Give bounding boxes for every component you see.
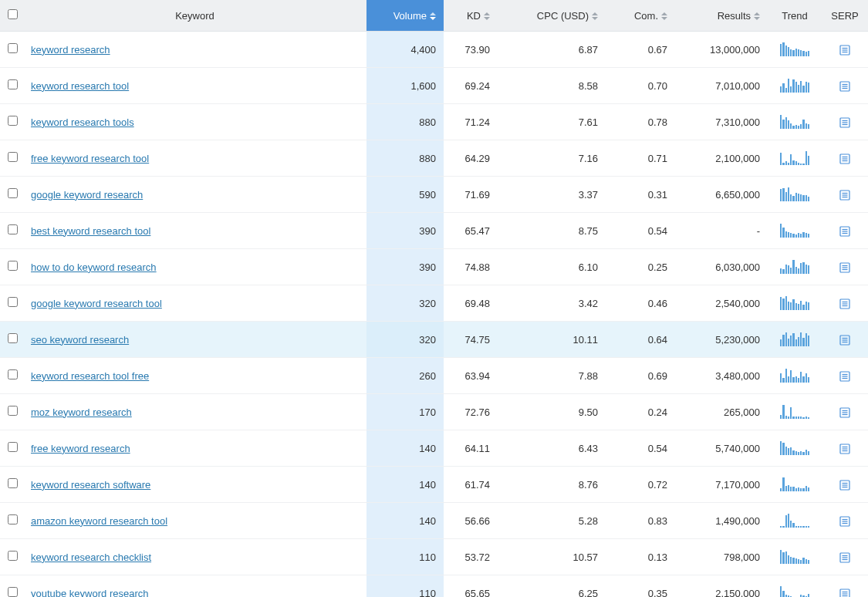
trend-cell bbox=[768, 322, 822, 358]
serp-icon[interactable] bbox=[839, 335, 850, 346]
header-trend: Trend bbox=[768, 0, 822, 32]
keyword-cell: keyword research checklist bbox=[23, 539, 366, 575]
com-cell: 0.71 bbox=[606, 140, 675, 177]
serp-icon[interactable] bbox=[839, 190, 850, 201]
row-checkbox-cell bbox=[0, 249, 23, 285]
row-checkbox[interactable] bbox=[8, 369, 18, 379]
cpc-cell: 10.57 bbox=[498, 539, 606, 575]
serp-icon[interactable] bbox=[839, 298, 850, 309]
kd-cell: 74.88 bbox=[444, 249, 498, 285]
header-kd[interactable]: KD bbox=[444, 0, 498, 32]
com-cell: 0.54 bbox=[606, 430, 675, 467]
serp-icon[interactable] bbox=[839, 407, 850, 418]
table-row: free keyword research14064.116.430.545,7… bbox=[0, 430, 868, 467]
row-checkbox[interactable] bbox=[8, 297, 18, 307]
com-cell: 0.72 bbox=[606, 467, 675, 503]
kd-cell: 63.94 bbox=[444, 358, 498, 394]
volume-cell: 390 bbox=[366, 213, 444, 249]
serp-icon[interactable] bbox=[839, 371, 850, 382]
keyword-link[interactable]: keyword research tool free bbox=[31, 370, 149, 382]
row-checkbox[interactable] bbox=[8, 514, 18, 524]
results-cell: 1,490,000 bbox=[675, 503, 768, 539]
serp-icon[interactable] bbox=[839, 589, 850, 597]
serp-icon[interactable] bbox=[839, 153, 850, 164]
keyword-link[interactable]: amazon keyword research tool bbox=[31, 515, 167, 527]
serp-icon[interactable] bbox=[839, 45, 850, 56]
keyword-link[interactable]: keyword research tools bbox=[31, 116, 134, 128]
header-results[interactable]: Results bbox=[675, 0, 768, 32]
results-cell: 3,480,000 bbox=[675, 358, 768, 394]
keyword-table: Keyword Volume KD CPC (USD) Com. Results… bbox=[0, 0, 868, 597]
trend-sparkline bbox=[780, 586, 809, 597]
serp-cell bbox=[822, 322, 868, 358]
header-keyword[interactable]: Keyword bbox=[23, 0, 366, 32]
row-checkbox[interactable] bbox=[8, 152, 18, 162]
row-checkbox[interactable] bbox=[8, 551, 18, 561]
header-cpc[interactable]: CPC (USD) bbox=[498, 0, 606, 32]
trend-cell bbox=[768, 32, 822, 68]
keyword-link[interactable]: keyword research tool bbox=[31, 80, 129, 92]
select-all-checkbox[interactable] bbox=[8, 9, 18, 19]
trend-sparkline bbox=[780, 477, 809, 491]
keyword-link[interactable]: how to do keyword research bbox=[31, 261, 157, 273]
serp-icon[interactable] bbox=[839, 226, 850, 237]
keyword-link[interactable]: keyword research bbox=[31, 44, 110, 56]
serp-cell bbox=[822, 32, 868, 68]
keyword-link[interactable]: moz keyword research bbox=[31, 406, 132, 418]
keyword-link[interactable]: best keyword research tool bbox=[31, 225, 150, 237]
row-checkbox[interactable] bbox=[8, 188, 18, 198]
serp-icon[interactable] bbox=[839, 117, 850, 128]
trend-sparkline bbox=[780, 224, 809, 238]
trend-sparkline bbox=[780, 369, 809, 383]
table-row: keyword research tools88071.247.610.787,… bbox=[0, 104, 868, 140]
serp-icon[interactable] bbox=[839, 81, 850, 92]
serp-icon[interactable] bbox=[839, 262, 850, 273]
table-row: keyword research checklist11053.7210.570… bbox=[0, 539, 868, 575]
keyword-cell: google keyword research tool bbox=[23, 285, 366, 322]
row-checkbox[interactable] bbox=[8, 261, 18, 271]
results-cell: 798,000 bbox=[675, 539, 768, 575]
serp-icon[interactable] bbox=[839, 552, 850, 563]
kd-cell: 72.76 bbox=[444, 394, 498, 430]
keyword-link[interactable]: free keyword research tool bbox=[31, 153, 149, 164]
row-checkbox-cell bbox=[0, 104, 23, 140]
row-checkbox[interactable] bbox=[8, 224, 18, 234]
keyword-cell: moz keyword research bbox=[23, 394, 366, 430]
keyword-cell: keyword research software bbox=[23, 467, 366, 503]
row-checkbox[interactable] bbox=[8, 79, 18, 89]
results-cell: 2,100,000 bbox=[675, 140, 768, 177]
header-checkbox[interactable] bbox=[0, 0, 23, 32]
row-checkbox-cell bbox=[0, 213, 23, 249]
header-com[interactable]: Com. bbox=[606, 0, 675, 32]
keyword-link[interactable]: google keyword research bbox=[31, 189, 143, 201]
row-checkbox-cell bbox=[0, 467, 23, 503]
com-cell: 0.69 bbox=[606, 358, 675, 394]
row-checkbox[interactable] bbox=[8, 333, 18, 343]
keyword-link[interactable]: free keyword research bbox=[31, 443, 130, 454]
keyword-link[interactable]: google keyword research tool bbox=[31, 298, 162, 309]
row-checkbox[interactable] bbox=[8, 116, 18, 126]
row-checkbox[interactable] bbox=[8, 478, 18, 488]
trend-sparkline bbox=[780, 79, 809, 93]
header-volume[interactable]: Volume bbox=[366, 0, 444, 32]
results-cell: 13,000,000 bbox=[675, 32, 768, 68]
trend-cell bbox=[768, 467, 822, 503]
row-checkbox-cell bbox=[0, 285, 23, 322]
keyword-link[interactable]: keyword research checklist bbox=[31, 551, 151, 563]
serp-icon[interactable] bbox=[839, 480, 850, 491]
row-checkbox[interactable] bbox=[8, 43, 18, 53]
row-checkbox[interactable] bbox=[8, 406, 18, 416]
results-cell: 2,540,000 bbox=[675, 285, 768, 322]
keyword-link[interactable]: youtube keyword research bbox=[31, 588, 148, 598]
trend-cell bbox=[768, 68, 822, 104]
row-checkbox[interactable] bbox=[8, 442, 18, 452]
kd-cell: 73.90 bbox=[444, 32, 498, 68]
keyword-link[interactable]: seo keyword research bbox=[31, 334, 129, 346]
table-row: keyword research4,40073.906.870.6713,000… bbox=[0, 32, 868, 68]
table-row: google keyword research59071.693.370.316… bbox=[0, 177, 868, 213]
serp-icon[interactable] bbox=[839, 444, 850, 454]
com-cell: 0.24 bbox=[606, 394, 675, 430]
serp-icon[interactable] bbox=[839, 516, 850, 527]
keyword-link[interactable]: keyword research software bbox=[31, 479, 150, 491]
row-checkbox[interactable] bbox=[8, 587, 18, 597]
